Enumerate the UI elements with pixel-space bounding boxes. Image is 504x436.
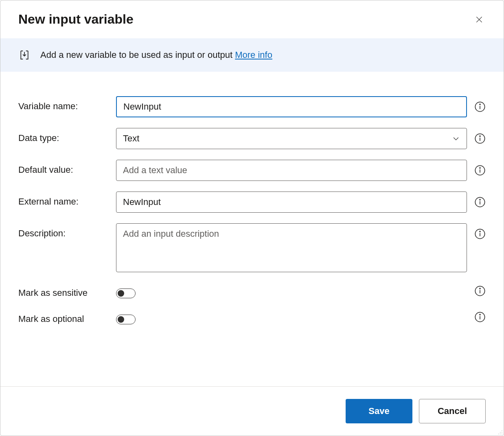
close-icon xyxy=(475,15,483,24)
banner-text: Add a new variable to be used as input o… xyxy=(40,50,235,60)
variable-name-label: Variable name: xyxy=(18,96,116,112)
data-type-label: Data type: xyxy=(18,128,116,143)
save-button[interactable]: Save xyxy=(346,399,412,423)
dialog-title: New input variable xyxy=(18,12,134,27)
form-body: Variable name: Data type: Text D xyxy=(0,72,504,386)
dialog-footer: Save Cancel xyxy=(0,386,504,436)
mark-sensitive-label: Mark as sensitive xyxy=(18,283,116,298)
svg-point-26 xyxy=(498,434,499,434)
toggle-knob xyxy=(118,316,124,323)
mark-sensitive-toggle[interactable] xyxy=(116,288,136,298)
svg-point-16 xyxy=(480,231,480,232)
svg-point-24 xyxy=(500,432,501,433)
svg-point-13 xyxy=(480,199,480,200)
data-type-select[interactable]: Text xyxy=(116,128,467,149)
info-icon[interactable] xyxy=(474,285,486,297)
svg-point-4 xyxy=(480,104,480,105)
svg-point-7 xyxy=(480,136,480,137)
variable-name-row: Variable name: xyxy=(18,96,486,117)
info-icon[interactable] xyxy=(474,165,486,176)
mark-sensitive-row: Mark as sensitive xyxy=(18,283,486,298)
external-name-label: External name: xyxy=(18,192,116,207)
default-value-input[interactable] xyxy=(116,160,467,181)
svg-point-23 xyxy=(502,430,502,431)
external-name-input[interactable] xyxy=(116,192,467,213)
data-type-value: Text xyxy=(123,133,139,144)
svg-point-22 xyxy=(480,314,480,315)
description-label: Description: xyxy=(18,223,116,239)
toggle-knob xyxy=(118,290,124,297)
svg-point-19 xyxy=(480,288,480,289)
mark-optional-toggle[interactable] xyxy=(116,315,136,324)
external-name-row: External name: xyxy=(18,192,486,213)
description-input[interactable] xyxy=(116,223,467,272)
variable-name-input[interactable] xyxy=(116,96,467,117)
default-value-label: Default value: xyxy=(18,160,116,175)
svg-point-27 xyxy=(500,434,501,434)
more-info-link[interactable]: More info xyxy=(235,50,272,60)
svg-point-25 xyxy=(502,432,502,433)
resize-grip-icon[interactable] xyxy=(496,428,503,435)
info-icon[interactable] xyxy=(474,196,486,208)
svg-point-10 xyxy=(480,167,480,168)
dialog-header: New input variable xyxy=(0,0,504,38)
mark-optional-label: Mark as optional xyxy=(18,309,116,324)
info-icon[interactable] xyxy=(474,133,486,144)
mark-optional-row: Mark as optional xyxy=(18,309,486,324)
default-value-row: Default value: xyxy=(18,160,486,181)
info-icon[interactable] xyxy=(474,228,486,240)
input-variable-icon xyxy=(18,49,31,61)
data-type-row: Data type: Text xyxy=(18,128,486,149)
cancel-button[interactable]: Cancel xyxy=(419,399,486,423)
new-input-variable-dialog: New input variable Add a new variable to… xyxy=(0,0,504,436)
chevron-down-icon xyxy=(452,134,460,143)
info-icon[interactable] xyxy=(474,101,486,112)
info-icon[interactable] xyxy=(474,311,486,323)
close-button[interactable] xyxy=(473,13,486,26)
banner-content: Add a new variable to be used as input o… xyxy=(40,50,272,60)
description-row: Description: xyxy=(18,223,486,272)
svg-point-28 xyxy=(502,434,502,434)
info-banner: Add a new variable to be used as input o… xyxy=(0,38,504,72)
